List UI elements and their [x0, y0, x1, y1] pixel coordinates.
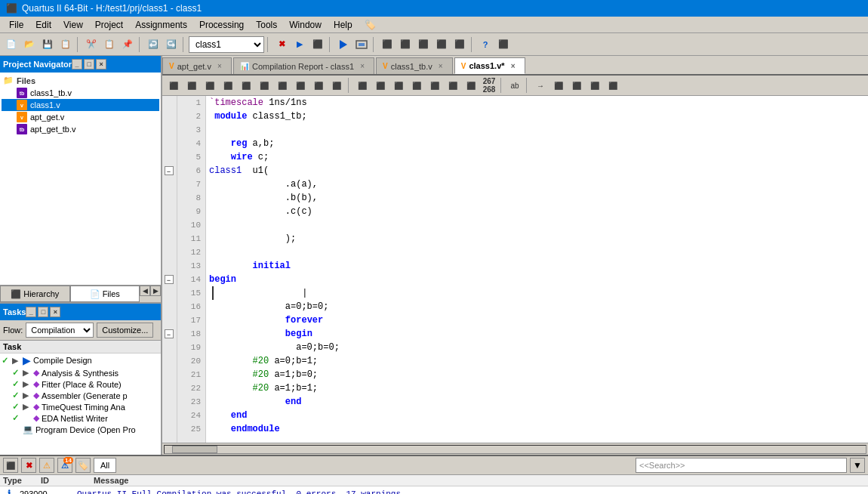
search-box[interactable]: <<Search>>	[636, 458, 847, 473]
undo-button[interactable]: ↩️	[145, 36, 162, 53]
compile-btn[interactable]	[335, 36, 352, 53]
fold-marker-6[interactable]: −	[162, 164, 177, 178]
tab-close-class1-tb[interactable]: ×	[436, 61, 446, 72]
bottom-tab-all[interactable]: All	[94, 458, 116, 473]
save-button[interactable]: 💾	[39, 36, 56, 53]
ed-btn-1[interactable]: ⬛	[165, 77, 182, 94]
fold-marker-14[interactable]: −	[162, 273, 177, 286]
ed-btn-15[interactable]: ⬛	[426, 77, 443, 94]
fold-btn-14[interactable]: −	[165, 275, 174, 284]
fold-marker-18[interactable]: −	[162, 327, 177, 341]
ed-btn-21[interactable]: ⬛	[550, 77, 567, 94]
ed-btn-10[interactable]: ⬛	[328, 77, 345, 94]
entity-dropdown[interactable]: class1	[189, 36, 264, 53]
bottom-icon-2[interactable]: ✖	[21, 458, 36, 473]
paste-button[interactable]: 📌	[119, 36, 136, 53]
tab-close-class1[interactable]: ×	[508, 60, 519, 71]
search-dropdown[interactable]: ▼	[850, 458, 865, 473]
nav-left-btn[interactable]: ◀	[140, 286, 150, 296]
tab-class1[interactable]: V class1.v* ×	[454, 57, 525, 74]
run-button[interactable]: ▶	[291, 36, 308, 53]
ed-btn-3[interactable]: ⬛	[202, 77, 218, 94]
ed-btn-9[interactable]: ⬛	[310, 77, 327, 94]
ed-btn-23[interactable]: ⬛	[586, 77, 603, 94]
fold-btn-6[interactable]: −	[165, 166, 174, 175]
ed-btn-11[interactable]: ⬛	[354, 77, 371, 94]
panel-close-btn[interactable]: ×	[96, 59, 106, 69]
task-assembler[interactable]: ✓ ▶ ◆ Assembler (Generate p	[0, 390, 161, 401]
menu-window[interactable]: Window	[283, 18, 328, 32]
ed-btn-17[interactable]: ⬛	[463, 77, 479, 94]
ed-btn-13[interactable]: ⬛	[390, 77, 407, 94]
tab-class1-tb[interactable]: V class1_tb.v ×	[376, 57, 453, 74]
ed-btn-7[interactable]: ⬛	[274, 77, 291, 94]
ed-btn-24[interactable]: ⬛	[605, 77, 621, 94]
chip-plan-btn[interactable]: ⬛	[415, 36, 432, 53]
timing-btn[interactable]: ⬛	[433, 36, 450, 53]
bottom-icon-3[interactable]: ⚠	[39, 458, 54, 473]
nav-tab-hierarchy[interactable]: ⬛ Hierarchy	[0, 286, 70, 302]
expand-assembler[interactable]: ▶	[23, 391, 33, 400]
ed-btn-12[interactable]: ⬛	[372, 77, 389, 94]
ed-btn-6[interactable]: ⬛	[256, 77, 272, 94]
expand-fitter[interactable]: ▶	[23, 379, 33, 389]
bottom-icon-5[interactable]: 🏷️	[75, 458, 91, 473]
bottom-icon-1[interactable]: ⬛	[3, 458, 18, 473]
task-fitter[interactable]: ✓ ▶ ◆ Fitter (Place & Route)	[0, 378, 161, 390]
ed-btn-20[interactable]: →	[532, 77, 549, 94]
task-eda[interactable]: ✓ ◆ EDA Netlist Writer	[0, 412, 161, 424]
file-item-class1-tb[interactable]: tb class1_tb.v	[2, 87, 159, 99]
menu-view[interactable]: View	[57, 18, 89, 32]
task-program-device[interactable]: ✓ 💻 Program Device (Open Pro	[0, 424, 161, 435]
ed-btn-2[interactable]: ⬛	[183, 77, 200, 94]
expand-compile[interactable]: ▶	[12, 356, 23, 366]
menu-file[interactable]: File	[3, 18, 29, 32]
panel-minimize-btn[interactable]: _	[72, 59, 82, 69]
nav-right-btn[interactable]: ▶	[150, 286, 161, 296]
task-timequest[interactable]: ✓ ▶ ◆ TimeQuest Timing Ana	[0, 401, 161, 412]
ed-btn-16[interactable]: ⬛	[445, 77, 461, 94]
menu-project[interactable]: Project	[89, 18, 129, 32]
tab-close-apt-get[interactable]: ×	[214, 61, 225, 72]
task-analysis[interactable]: ✓ ▶ ◆ Analysis & Synthesis	[0, 367, 161, 378]
nav-tab-files[interactable]: 📄 Files	[70, 286, 140, 302]
expand-timequest[interactable]: ▶	[23, 402, 33, 412]
file-item-apt-get[interactable]: v apt_get.v	[2, 111, 159, 123]
h-scroll-track[interactable]	[164, 445, 866, 454]
expand-analysis[interactable]: ▶	[23, 368, 33, 378]
horizontal-scrollbar[interactable]	[162, 443, 868, 455]
menu-edit[interactable]: Edit	[29, 18, 57, 32]
ed-btn-8[interactable]: ⬛	[292, 77, 309, 94]
fold-btn-18[interactable]: −	[165, 329, 174, 338]
ed-btn-14[interactable]: ⬛	[408, 77, 425, 94]
open-button[interactable]: 📂	[21, 36, 38, 53]
ed-btn-19[interactable]: ab	[506, 77, 523, 94]
tasks-minimize-btn[interactable]: _	[26, 307, 36, 317]
copy-button[interactable]: 📋	[101, 36, 118, 53]
prog-btn[interactable]	[353, 36, 370, 53]
bottom-icon-4[interactable]: ⚠14	[57, 458, 72, 473]
x-button[interactable]: ✖	[273, 36, 290, 53]
task-compile-design[interactable]: ✓ ▶ ▶ Compile Design	[0, 354, 161, 367]
rtl-view-btn[interactable]: ⬛	[379, 36, 396, 53]
save-all-button[interactable]: 📋	[57, 36, 74, 53]
menu-assignments[interactable]: Assignments	[129, 18, 193, 32]
tasks-restore-btn[interactable]: □	[38, 307, 48, 317]
redo-button[interactable]: ↪️	[163, 36, 180, 53]
file-item-class1[interactable]: v class1.v	[2, 99, 159, 111]
ed-btn-5[interactable]: ⬛	[238, 77, 254, 94]
netlist-btn[interactable]: ⬛	[397, 36, 414, 53]
customize-button[interactable]: Customize...	[97, 323, 153, 338]
menu-processing[interactable]: Processing	[193, 18, 250, 32]
menu-help[interactable]: Help	[328, 18, 359, 32]
new-button[interactable]: 📄	[3, 36, 20, 53]
ed-btn-18[interactable]: 267268	[481, 77, 497, 94]
flow-dropdown[interactable]: Compilation	[26, 323, 94, 338]
tab-compilation[interactable]: 📊 Compilation Report - class1 ×	[233, 57, 374, 74]
panel-restore-btn[interactable]: □	[84, 59, 94, 69]
h-scroll-thumb[interactable]	[172, 446, 217, 453]
file-item-apt-get-tb[interactable]: tb apt_get_tb.v	[2, 123, 159, 135]
ed-btn-22[interactable]: ⬛	[568, 77, 585, 94]
help-btn[interactable]: ?	[477, 36, 494, 53]
tab-close-compilation[interactable]: ×	[357, 61, 368, 72]
